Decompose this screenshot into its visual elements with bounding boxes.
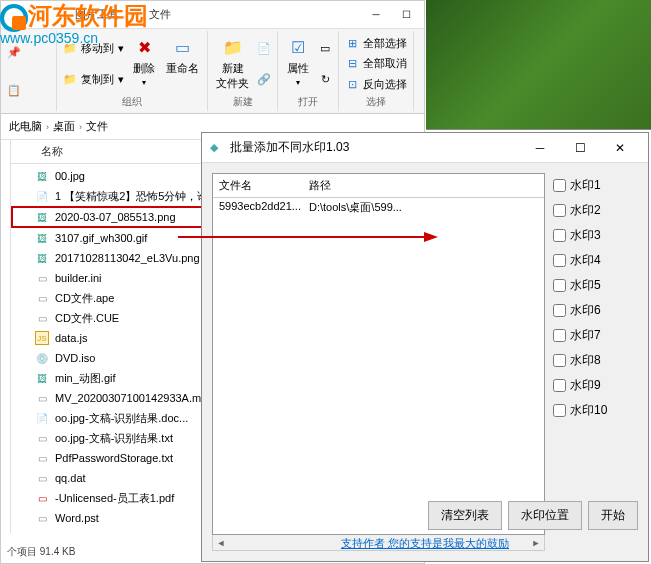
file-name: qq.dat <box>55 472 86 484</box>
checkbox[interactable] <box>553 229 566 242</box>
list-header: 文件名 路径 <box>213 174 544 198</box>
file-icon: 🖼 <box>35 231 49 245</box>
watermark-checkbox-8[interactable]: 水印8 <box>553 352 638 369</box>
file-name: CD文件.ape <box>55 291 114 306</box>
select-invert-icon: ⊡ <box>345 78 359 92</box>
checkbox[interactable] <box>553 279 566 292</box>
folder-copy-icon: 📁 <box>63 73 77 87</box>
checkbox[interactable] <box>553 329 566 342</box>
delete-icon: ✖ <box>132 35 156 59</box>
col-path[interactable]: 路径 <box>309 178 331 193</box>
watermark-checkbox-7[interactable]: 水印7 <box>553 327 638 344</box>
file-name: Word.pst <box>55 512 99 524</box>
link-icon: 🔗 <box>257 73 271 87</box>
checkbox[interactable] <box>553 179 566 192</box>
select-none-button[interactable]: ⊟全部取消 <box>343 55 409 72</box>
dialog-titlebar[interactable]: ◆ 批量添加不同水印1.03 ─ ☐ ✕ <box>202 133 648 163</box>
copy-button[interactable]: 📋 <box>5 82 23 98</box>
file-name: x.qsv <box>55 532 81 533</box>
watermark-checkbox-4[interactable]: 水印4 <box>553 252 638 269</box>
watermark-position-button[interactable]: 水印位置 <box>508 501 582 530</box>
breadcrumb-seg-1[interactable]: 桌面 <box>53 119 75 134</box>
ribbon-group-organize: 组织 <box>61 95 203 109</box>
pin-button[interactable]: 📌 <box>5 44 23 60</box>
file-name: data.js <box>55 332 87 344</box>
new-folder-button[interactable]: 📁新建 文件夹 <box>212 33 253 95</box>
copy-to-button[interactable]: 📁复制到 ▾ <box>61 71 126 88</box>
checkbox[interactable] <box>553 304 566 317</box>
list-item[interactable]: 5993ecb2dd21... D:\tools\桌面\599... <box>213 198 544 217</box>
status-bar: 个项目 91.4 KB <box>1 541 81 563</box>
file-name: PdfPasswordStorage.txt <box>55 452 173 464</box>
watermark-checkbox-5[interactable]: 水印5 <box>553 277 638 294</box>
rename-button[interactable]: ▭重命名 <box>162 33 203 95</box>
file-icon: 🖼 <box>35 169 49 183</box>
app-icon: ◆ <box>210 141 224 155</box>
file-icon: 📄 <box>35 189 49 203</box>
file-icon: ▭ <box>35 491 49 505</box>
file-icon: ▭ <box>35 391 49 405</box>
checkbox[interactable] <box>553 204 566 217</box>
watermark-checkbox-3[interactable]: 水印3 <box>553 227 638 244</box>
checkbox[interactable] <box>553 254 566 267</box>
col-filename[interactable]: 文件名 <box>219 178 309 193</box>
file-name: builder.ini <box>55 272 101 284</box>
minimize-button[interactable]: ─ <box>362 5 390 25</box>
file-icon: JS <box>35 331 49 345</box>
file-icon: 💿 <box>35 351 49 365</box>
file-icon: ▭ <box>35 471 49 485</box>
nav-pane-sliver <box>1 140 11 533</box>
start-button[interactable]: 开始 <box>588 501 638 530</box>
file-icon: ▭ <box>35 431 49 445</box>
checkbox[interactable] <box>553 404 566 417</box>
ribbon-group-select: 选择 <box>343 95 409 109</box>
support-link[interactable]: 支持作者 您的支持是我最大的鼓励 <box>212 536 638 551</box>
select-all-button[interactable]: ⊞全部选择 <box>343 35 409 52</box>
file-icon: ▭ <box>35 271 49 285</box>
checkbox-label: 水印4 <box>570 252 601 269</box>
rename-icon: ▭ <box>171 35 195 59</box>
history-icon: ↻ <box>318 73 332 87</box>
select-all-icon: ⊞ <box>345 36 359 50</box>
checkbox[interactable] <box>553 354 566 367</box>
title-tab-1[interactable]: 图片工具 <box>75 7 119 22</box>
file-icon: 🖼 <box>35 371 49 385</box>
title-tab-2[interactable]: 文件 <box>149 7 171 22</box>
minimize-button[interactable]: ─ <box>520 134 560 162</box>
dialog-title: 批量添加不同水印1.03 <box>230 139 520 156</box>
new-item-button[interactable]: 📄 <box>255 41 273 57</box>
watermark-checkbox-9[interactable]: 水印9 <box>553 377 638 394</box>
history-button[interactable]: ↻ <box>316 72 334 88</box>
maximize-button[interactable]: ☐ <box>560 134 600 162</box>
file-name: 3107.gif_wh300.gif <box>55 232 147 244</box>
checkbox[interactable] <box>553 379 566 392</box>
properties-button[interactable]: ☑属性▾ <box>282 33 314 95</box>
open-icon: ▭ <box>318 42 332 56</box>
select-invert-button[interactable]: ⊡反向选择 <box>343 76 409 93</box>
breadcrumb-seg-2[interactable]: 文件 <box>86 119 108 134</box>
checkbox-label: 水印6 <box>570 302 601 319</box>
file-list[interactable]: 文件名 路径 5993ecb2dd21... D:\tools\桌面\599..… <box>212 173 545 535</box>
explorer-titlebar: 图片工具 文件 ─ ☐ <box>1 1 424 29</box>
easy-access-button[interactable]: 🔗 <box>255 72 273 88</box>
watermark-checkbox-10[interactable]: 水印10 <box>553 402 638 419</box>
clear-list-button[interactable]: 清空列表 <box>428 501 502 530</box>
watermark-checkbox-6[interactable]: 水印6 <box>553 302 638 319</box>
checkbox-label: 水印8 <box>570 352 601 369</box>
file-name: 00.jpg <box>55 170 85 182</box>
open-button[interactable]: ▭ <box>316 41 334 57</box>
watermark-checkbox-2[interactable]: 水印2 <box>553 202 638 219</box>
file-name: CD文件.CUE <box>55 311 119 326</box>
watermark-checkbox-1[interactable]: 水印1 <box>553 177 638 194</box>
pin-icon: 📌 <box>7 45 21 59</box>
checkbox-label: 水印1 <box>570 177 601 194</box>
file-icon: ▭ <box>35 311 49 325</box>
file-name: DVD.iso <box>55 352 95 364</box>
delete-button[interactable]: ✖删除▾ <box>128 33 160 95</box>
maximize-button[interactable]: ☐ <box>392 5 420 25</box>
file-name: oo.jpg-文稿-识别结果.doc... <box>55 411 188 426</box>
move-to-button[interactable]: 📁移动到 ▾ <box>61 40 126 57</box>
desktop-background <box>426 0 651 130</box>
close-button[interactable]: ✕ <box>600 134 640 162</box>
breadcrumb-root[interactable]: 此电脑 <box>9 119 42 134</box>
